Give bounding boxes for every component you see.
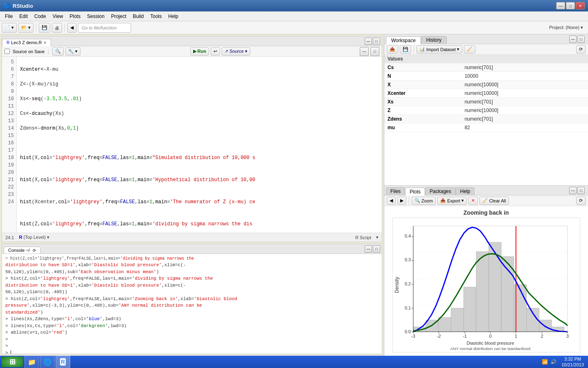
run-prev-btn[interactable]: ↩ bbox=[211, 47, 220, 56]
menu-tools[interactable]: Tools bbox=[147, 13, 165, 20]
delete-plot-btn[interactable]: ✕ bbox=[468, 197, 478, 205]
ws-refresh-btn[interactable]: ⟳ bbox=[576, 45, 586, 54]
toolbar-print-button[interactable]: 🖨 bbox=[52, 23, 62, 33]
source-on-save-label: Source on Save bbox=[13, 49, 45, 54]
network-icon: 📶 bbox=[542, 359, 548, 365]
menu-edit[interactable]: Edit bbox=[16, 13, 31, 20]
zoom-icon: 🔍 bbox=[414, 198, 420, 203]
svg-text:Diastolic blood pressure: Diastolic blood pressure bbox=[466, 341, 514, 346]
workspace-tab-label: Workspace bbox=[391, 38, 416, 43]
new-file-arrow: ▾ bbox=[11, 25, 14, 30]
source-on-save-checkbox[interactable] bbox=[4, 49, 10, 54]
console-max-btn[interactable]: □ bbox=[373, 245, 380, 253]
start-button[interactable]: ⊞ bbox=[2, 357, 23, 367]
var-row-xcenter: Xcenter numeric[10000] bbox=[384, 89, 588, 98]
editor-area: R Lec3 Z demo.R ✕ — □ Source on Save | 🔍 bbox=[2, 36, 382, 242]
svg-text:0.2: 0.2 bbox=[404, 281, 410, 286]
ws-sep bbox=[414, 45, 414, 54]
plot-display-area: Zooming back in Density bbox=[384, 206, 588, 356]
files-tab[interactable]: Files bbox=[386, 187, 405, 195]
plots-refresh-btn[interactable]: ⟳ bbox=[576, 197, 586, 205]
go-to-file-input[interactable]: Go to file/function bbox=[78, 23, 131, 33]
export-btn[interactable]: 📤 Export ▾ bbox=[437, 197, 467, 205]
taskbar-rstudio[interactable]: R bbox=[56, 355, 70, 368]
var-row-xs: Xs numeric[701] bbox=[384, 98, 588, 106]
code-tools-btn[interactable]: 🔧 ▾ bbox=[65, 47, 80, 56]
menu-build[interactable]: Build bbox=[129, 13, 147, 20]
menu-help[interactable]: Help bbox=[165, 13, 182, 20]
editor-status: 24:1 R (Top Level) ▾ R Script ▾ bbox=[2, 233, 382, 242]
var-row-mu: mu 82 bbox=[384, 123, 588, 132]
menu-session[interactable]: Session bbox=[84, 13, 108, 20]
editor-toolbar: Source on Save | 🔍 🔧 ▾ ▶ Run ↩ ↗ Source bbox=[2, 46, 382, 57]
plots-min-btn[interactable]: — bbox=[569, 187, 577, 194]
import-dataset-btn[interactable]: 📊 Import Dataset ▾ bbox=[416, 45, 462, 54]
help-tab[interactable]: Help bbox=[456, 187, 475, 195]
project-label[interactable]: Project: (None) ▾ bbox=[546, 25, 586, 30]
workspace-tab[interactable]: Workspace bbox=[386, 36, 421, 44]
var-row-zdens: Zdens numeric[701] bbox=[384, 115, 588, 123]
clock-time: 3:32 PM bbox=[561, 356, 584, 362]
toolbar-back-button[interactable]: ◀ bbox=[67, 23, 76, 33]
clear-icon: 🧹 bbox=[482, 198, 488, 203]
run-button[interactable]: ▶ Run bbox=[190, 47, 209, 56]
maximize-button[interactable]: □ bbox=[566, 2, 575, 9]
editor-panel-min[interactable]: — bbox=[360, 47, 369, 56]
clock-date: 10/21/2013 bbox=[561, 362, 584, 368]
save-icon: 💾 bbox=[42, 25, 47, 30]
menu-view[interactable]: View bbox=[49, 13, 67, 20]
ws-min-btn[interactable]: — bbox=[569, 36, 577, 43]
workspace-tabs: Workspace History — □ bbox=[384, 34, 588, 44]
menu-project[interactable]: Project bbox=[108, 13, 129, 20]
editor-tab-name: Lec3 Z demo.R bbox=[11, 40, 42, 45]
menu-code[interactable]: Code bbox=[31, 13, 49, 20]
minimize-button[interactable]: — bbox=[556, 2, 565, 9]
console-line: pressure',xlim=c(-3,3),ylim=c(0,.405),su… bbox=[5, 302, 379, 309]
ws-load-btn[interactable]: 📤 bbox=[387, 45, 398, 54]
code-editor[interactable]: Xcenter<-X-mu Z<-(X-mu)/sig Xs<-seq(-3.5… bbox=[17, 57, 382, 233]
back-icon: ◀ bbox=[70, 25, 74, 30]
toolbar-save-button[interactable]: 💾 bbox=[39, 23, 50, 33]
refresh-icon: ⟳ bbox=[579, 47, 583, 52]
packages-tab[interactable]: Packages bbox=[425, 187, 456, 195]
plots-tab[interactable]: Plots bbox=[405, 188, 425, 195]
titlebar-text: RStudio bbox=[13, 3, 33, 9]
var-row-n: N 10000 bbox=[384, 72, 588, 81]
taskbar-chrome[interactable]: 🌐 bbox=[40, 355, 55, 368]
ws-max-btn[interactable]: □ bbox=[577, 36, 585, 43]
close-button[interactable]: ✕ bbox=[576, 2, 585, 9]
delete-icon: ✕ bbox=[471, 198, 475, 203]
ws-save-btn[interactable]: 💾 bbox=[400, 45, 411, 54]
console-line: 50,120),ylim=c(0,.405),sub='Each observa… bbox=[5, 269, 379, 276]
console-output[interactable]: > hist(Z,col='lightgrey',freq=FALSE,las=… bbox=[2, 254, 382, 354]
editor-panel-max[interactable]: □ bbox=[370, 47, 379, 56]
right-panel: Workspace History — □ 📤 💾 bbox=[384, 34, 588, 356]
plot-title: Zooming back in bbox=[463, 209, 509, 216]
history-tab[interactable]: History bbox=[421, 36, 447, 44]
zoom-btn[interactable]: 🔍 Zoom bbox=[412, 197, 436, 205]
plots-prev-btn[interactable]: ◀ bbox=[387, 197, 396, 205]
editor-tab-active[interactable]: R Lec3 Z demo.R ✕ bbox=[2, 39, 51, 46]
clear-all-btn[interactable]: 🧹 Clear All bbox=[479, 197, 509, 205]
menu-file[interactable]: File bbox=[2, 13, 16, 20]
ws-save-icon: 💾 bbox=[403, 47, 408, 52]
toolbar-new-button[interactable]: 📄 ▾ bbox=[2, 23, 17, 33]
source-button[interactable]: ↗ Source ▾ bbox=[222, 47, 250, 56]
go-to-file-label: Go to file/function bbox=[82, 25, 117, 30]
editor-maximize-btn[interactable]: □ bbox=[373, 38, 380, 45]
plots-next-btn[interactable]: ▶ bbox=[397, 197, 406, 205]
plots-max-btn[interactable]: □ bbox=[577, 187, 585, 194]
export-icon: 📤 bbox=[440, 198, 446, 203]
taskbar-explorer[interactable]: 📁 bbox=[24, 355, 39, 368]
toolbar-open-button[interactable]: 📂 ▾ bbox=[18, 23, 33, 33]
svg-rect-9 bbox=[463, 287, 476, 332]
editor-tab-close[interactable]: ✕ bbox=[43, 40, 47, 45]
console-tab[interactable]: Console ~/ ⟳ bbox=[4, 247, 40, 254]
menu-plots[interactable]: Plots bbox=[67, 13, 84, 20]
line-numbers: 5 6 7 8 9 10 11 12 13 14 15 16 17 18 19 … bbox=[2, 57, 17, 233]
search-code-btn[interactable]: 🔍 bbox=[52, 47, 64, 56]
editor-minimize-btn[interactable]: — bbox=[365, 38, 372, 45]
ws-clear-btn[interactable]: 🧹 bbox=[464, 45, 475, 54]
console-min-btn[interactable]: — bbox=[365, 245, 372, 253]
import-arrow: ▾ bbox=[457, 47, 459, 52]
